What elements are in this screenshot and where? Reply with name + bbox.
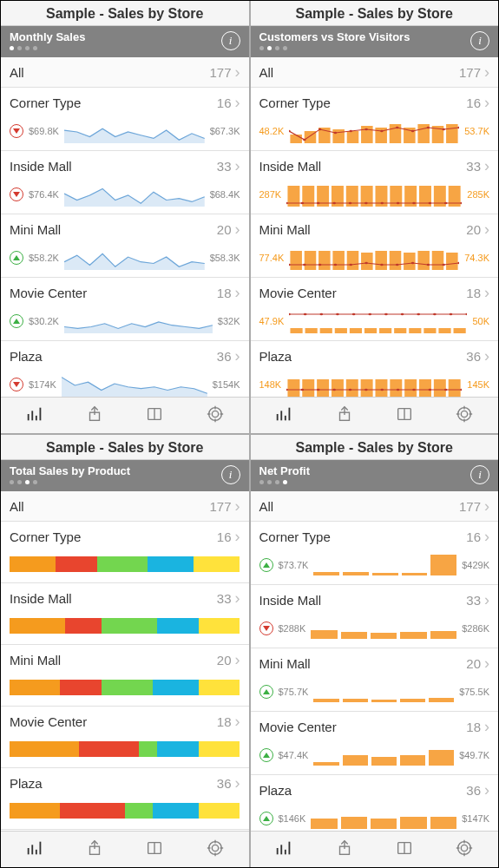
value-start: 287K <box>259 189 282 200</box>
list-item[interactable]: Movie Center18› $47.4K $49.7K <box>251 712 499 775</box>
list-item[interactable]: Movie Center18› 47.9K 50K <box>251 278 499 341</box>
share-icon[interactable] <box>335 838 354 861</box>
target-icon[interactable] <box>206 404 225 427</box>
pager-dot[interactable] <box>267 480 272 484</box>
category-count: 18 <box>217 286 232 300</box>
svg-rect-64 <box>318 251 331 270</box>
stacked-segment <box>10 680 60 695</box>
list-item[interactable]: Inside Mall33› $76.4K $68.4K <box>1 151 249 214</box>
pager-dot[interactable] <box>17 46 22 50</box>
all-row[interactable]: All 177› <box>251 491 499 522</box>
list-item[interactable]: Inside Mall33› <box>1 583 249 645</box>
pager-dot[interactable] <box>10 46 14 50</box>
value-start: $146K <box>279 813 306 824</box>
list-item[interactable]: Inside Mall33› 287K 285K <box>251 151 499 214</box>
all-label: All <box>10 65 24 80</box>
share-icon[interactable] <box>85 404 104 427</box>
all-row[interactable]: All 177› <box>1 491 249 522</box>
svg-point-83 <box>427 264 430 266</box>
list-item[interactable]: Plaza36› 148K 145K <box>251 341 499 397</box>
pager-dot[interactable] <box>275 480 279 484</box>
net-bar <box>343 755 368 766</box>
net-bar <box>400 699 425 702</box>
pager-dot[interactable] <box>259 480 264 484</box>
svg-rect-14 <box>291 135 303 143</box>
bookmark-icon[interactable] <box>395 838 414 861</box>
value-end: 285K <box>467 189 489 200</box>
stacked-bar-chart <box>10 618 240 634</box>
chevron-right-icon: › <box>235 347 240 365</box>
share-icon[interactable] <box>85 838 104 861</box>
pager-dot[interactable] <box>33 46 37 50</box>
target-icon[interactable] <box>455 838 474 861</box>
list-item[interactable]: Corner Type16› $69.8K $67.3K <box>1 88 249 151</box>
svg-rect-120 <box>434 379 446 397</box>
chevron-right-icon: › <box>484 654 489 673</box>
stacked-segment <box>10 803 60 819</box>
panel2-title: Customers vs Store Visitors <box>259 30 410 43</box>
chart-icon[interactable] <box>274 404 293 427</box>
target-icon[interactable] <box>455 404 474 427</box>
list-item[interactable]: Corner Type16› $73.7K $429K <box>251 522 499 585</box>
chart-icon[interactable] <box>25 404 44 427</box>
list-item[interactable]: Corner Type16› <box>1 522 249 583</box>
list-item[interactable]: Movie Center18› $30.2K $32K <box>1 278 249 341</box>
all-row[interactable]: All 177› <box>1 57 249 88</box>
pager-dot[interactable] <box>267 46 272 50</box>
svg-rect-86 <box>291 328 303 333</box>
list-item[interactable]: Mini Mall20› $58.2K $58.3K <box>1 214 249 278</box>
list-item[interactable]: Mini Mall20› 77.4K 74.3K <box>251 214 499 278</box>
sparkline-chart <box>64 119 205 143</box>
chart-icon[interactable] <box>274 838 293 861</box>
pager-dot[interactable] <box>17 480 22 484</box>
list-item[interactable]: Movie Center18› <box>1 707 249 768</box>
svg-rect-121 <box>449 379 461 397</box>
list-item[interactable]: Plaza36› $174K $154K <box>1 341 249 397</box>
stacked-segment <box>10 618 65 634</box>
bookmark-icon[interactable] <box>395 404 414 427</box>
value-end: $49.7K <box>459 750 489 760</box>
pager-dot[interactable] <box>259 46 264 50</box>
list-item[interactable]: Plaza36› <box>1 768 249 830</box>
svg-point-54 <box>349 202 351 204</box>
pager-dot[interactable] <box>283 480 287 484</box>
value-start: $76.4K <box>29 189 59 200</box>
chart-icon[interactable] <box>25 838 44 861</box>
bookmark-icon[interactable] <box>145 838 164 861</box>
all-row[interactable]: All 177› <box>251 57 499 88</box>
net-bar <box>400 632 426 639</box>
svg-point-194 <box>458 841 471 854</box>
pager-dot[interactable] <box>275 46 279 50</box>
svg-point-33 <box>396 127 398 128</box>
pager-dot[interactable] <box>10 480 14 484</box>
list-item[interactable]: Corner Type16› 48.2K 53.7K <box>251 88 499 151</box>
list-item[interactable]: Plaza36› $146K $147K <box>251 775 499 831</box>
info-icon[interactable]: i <box>221 465 240 484</box>
category-count: 33 <box>466 159 481 174</box>
trend-up-icon <box>259 812 273 825</box>
list-item[interactable]: Mini Mall20› <box>1 645 249 707</box>
pager-dot[interactable] <box>283 46 287 50</box>
list-item[interactable]: Inside Mall33› $288K $286K <box>251 585 499 648</box>
svg-rect-110 <box>288 379 300 397</box>
value-start: $73.7K <box>279 560 309 570</box>
target-icon[interactable] <box>206 838 225 861</box>
bookmark-icon[interactable] <box>145 404 164 427</box>
pager-dot[interactable] <box>25 480 30 484</box>
category-count: 33 <box>217 159 232 174</box>
svg-rect-73 <box>446 253 458 270</box>
svg-point-99 <box>304 313 307 315</box>
info-icon[interactable]: i <box>221 31 240 50</box>
category-count: 16 <box>217 529 232 544</box>
value-end: $58.3K <box>210 253 240 263</box>
chevron-right-icon: › <box>235 157 240 175</box>
stacked-segment <box>153 680 199 695</box>
pager-dot[interactable] <box>25 46 30 50</box>
info-icon[interactable]: i <box>470 465 489 484</box>
category-count: 20 <box>466 656 481 671</box>
list-item[interactable]: Mini Mall20› $75.7K $75.5K <box>251 648 499 712</box>
share-icon[interactable] <box>335 404 354 427</box>
info-icon[interactable]: i <box>470 31 489 50</box>
chevron-right-icon: › <box>484 591 489 609</box>
pager-dot[interactable] <box>33 480 37 484</box>
